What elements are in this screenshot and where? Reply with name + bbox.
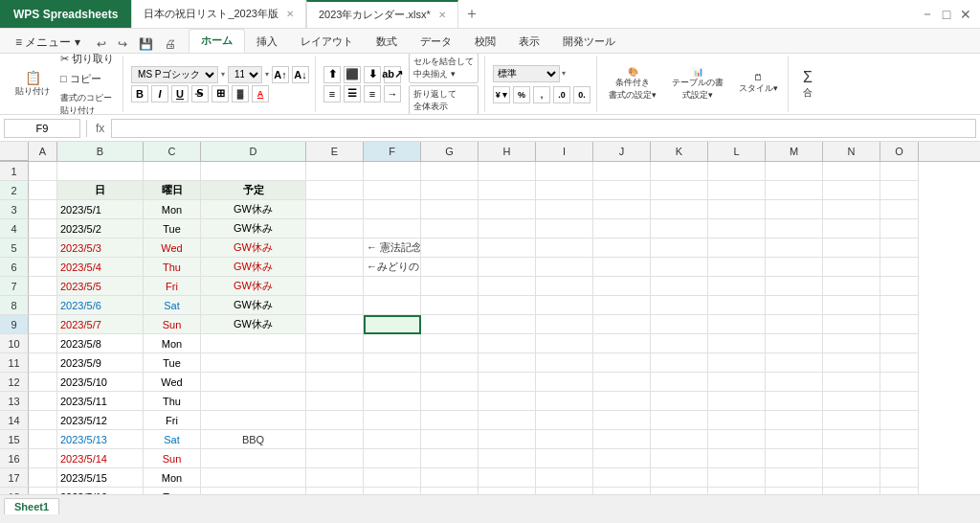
border-button[interactable]: ⊞ (212, 85, 229, 102)
cell-m8[interactable] (766, 296, 823, 315)
cell-e5[interactable] (306, 239, 364, 258)
cell-i16[interactable] (536, 449, 593, 468)
cell-m1[interactable] (766, 162, 823, 181)
col-header-l[interactable]: L (708, 142, 766, 161)
menu-toggle[interactable]: ≡ メニュー ▾ (8, 33, 88, 53)
sum-button[interactable]: Σ 合 (796, 67, 819, 102)
col-header-b[interactable]: B (57, 142, 144, 161)
cell-l13[interactable] (708, 392, 766, 411)
cell-b12[interactable]: 2023/5/10 (57, 373, 144, 392)
cell-a9[interactable] (29, 315, 57, 334)
cell-g10[interactable] (421, 334, 479, 353)
wrap-text-button[interactable]: 折り返して全体表示 (409, 85, 479, 116)
cell-b15[interactable]: 2023/5/13 (57, 430, 144, 449)
cell-m14[interactable] (766, 411, 823, 430)
row-num-2[interactable]: 2 (0, 181, 29, 200)
col-header-a[interactable]: A (29, 142, 57, 161)
file-tab-1[interactable]: 日本の祝日リスト_2023年版 ✕ (131, 0, 306, 28)
cell-i2[interactable] (536, 181, 593, 200)
cell-a12[interactable] (29, 373, 57, 392)
align-right-btn[interactable]: ≡ (364, 85, 381, 102)
cell-i5[interactable] (536, 239, 593, 258)
cell-l11[interactable] (708, 353, 766, 373)
cell-b17[interactable]: 2023/5/15 (57, 468, 144, 488)
cell-j1[interactable] (593, 162, 651, 181)
cell-g18[interactable] (421, 488, 479, 494)
cell-l10[interactable] (708, 334, 766, 353)
cell-i12[interactable] (536, 373, 593, 392)
cell-f4[interactable] (364, 219, 421, 239)
cell-j8[interactable] (593, 296, 651, 315)
cell-m4[interactable] (766, 219, 823, 239)
cell-f11[interactable] (364, 353, 421, 373)
row-num-1[interactable]: 1 (0, 162, 29, 181)
cell-d14[interactable] (201, 411, 306, 430)
row-num-3[interactable]: 3 (0, 200, 29, 219)
app-tab[interactable]: WPS Spreadsheets (0, 0, 131, 28)
col-header-j[interactable]: J (593, 142, 651, 161)
cell-d11[interactable] (201, 353, 306, 373)
cell-d18[interactable] (201, 488, 306, 494)
cell-k16[interactable] (651, 449, 708, 468)
cell-n5[interactable] (823, 239, 880, 258)
cell-f9[interactable] (364, 315, 421, 334)
cell-n17[interactable] (823, 468, 880, 488)
cell-f2[interactable] (364, 181, 421, 200)
cell-g4[interactable] (421, 219, 479, 239)
cell-d12[interactable] (201, 373, 306, 392)
cell-m12[interactable] (766, 373, 823, 392)
cell-e9[interactable] (306, 315, 364, 334)
cell-l9[interactable] (708, 315, 766, 334)
cell-f8[interactable] (364, 296, 421, 315)
cell-o8[interactable] (880, 296, 919, 315)
cell-k5[interactable] (651, 239, 708, 258)
cell-h18[interactable] (479, 488, 536, 494)
cell-b16[interactable]: 2023/5/14 (57, 449, 144, 468)
cell-o7[interactable] (880, 277, 919, 296)
cell-k9[interactable] (651, 315, 708, 334)
cell-d3[interactable]: GW休み (201, 200, 306, 219)
cell-j14[interactable] (593, 411, 651, 430)
cell-b2[interactable]: 日 (57, 181, 144, 200)
cell-g8[interactable] (421, 296, 479, 315)
cell-b1[interactable] (57, 162, 144, 181)
table-format-button[interactable]: 📊 テーブルの書式設定▾ (664, 65, 731, 103)
name-box[interactable] (4, 119, 80, 138)
cell-a14[interactable] (29, 411, 57, 430)
cell-d1[interactable] (201, 162, 306, 181)
cell-j6[interactable] (593, 258, 651, 277)
cell-a6[interactable] (29, 258, 57, 277)
cell-i14[interactable] (536, 411, 593, 430)
cell-e17[interactable] (306, 468, 364, 488)
cell-h4[interactable] (479, 219, 536, 239)
col-header-f[interactable]: F (364, 142, 421, 161)
col-header-h[interactable]: H (479, 142, 536, 161)
file-tab-1-close[interactable]: ✕ (286, 9, 294, 19)
cell-g15[interactable] (421, 430, 479, 449)
cell-n12[interactable] (823, 373, 880, 392)
tab-view[interactable]: 表示 (507, 31, 551, 53)
cell-f3[interactable] (364, 200, 421, 219)
cell-j13[interactable] (593, 392, 651, 411)
cell-e16[interactable] (306, 449, 364, 468)
cell-i4[interactable] (536, 219, 593, 239)
cell-d6[interactable]: GW休み (201, 258, 306, 277)
cell-n9[interactable] (823, 315, 880, 334)
cell-o4[interactable] (880, 219, 919, 239)
row-num-11[interactable]: 11 (0, 353, 29, 373)
cell-a10[interactable] (29, 334, 57, 353)
cell-e1[interactable] (306, 162, 364, 181)
col-header-n[interactable]: N (823, 142, 880, 161)
cell-o17[interactable] (880, 468, 919, 488)
cell-j17[interactable] (593, 468, 651, 488)
number-format-select[interactable]: 標準 (493, 65, 560, 82)
cell-b18[interactable]: 2023/5/16 (57, 488, 144, 494)
cell-n7[interactable] (823, 277, 880, 296)
cell-l8[interactable] (708, 296, 766, 315)
cell-l12[interactable] (708, 373, 766, 392)
cell-n15[interactable] (823, 430, 880, 449)
dec-decimal-btn[interactable]: 0. (573, 86, 590, 103)
cell-j10[interactable] (593, 334, 651, 353)
cell-n2[interactable] (823, 181, 880, 200)
cell-e18[interactable] (306, 488, 364, 494)
